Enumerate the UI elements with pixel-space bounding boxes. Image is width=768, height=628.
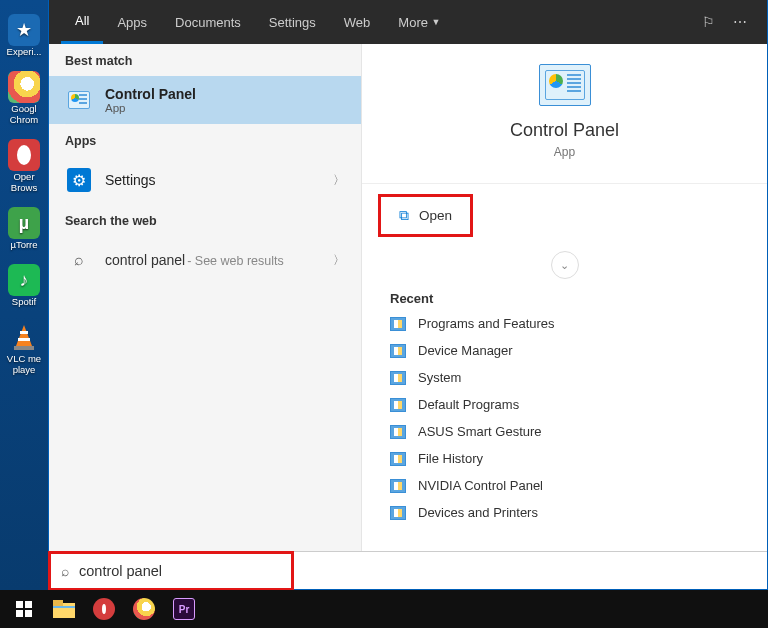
search-bar: ⌕ — [49, 551, 767, 589]
search-panel: All Apps Documents Settings Web More ▼ ⚐… — [48, 0, 768, 590]
result-control-panel[interactable]: Control Panel App — [49, 76, 361, 124]
search-web-header: Search the web — [49, 204, 361, 236]
cpl-icon — [390, 344, 406, 358]
chevron-down-icon: ▼ — [432, 17, 441, 27]
desktop-icon-opera[interactable]: Oper Brows — [0, 139, 48, 193]
taskbar-chrome[interactable] — [124, 590, 164, 628]
result-subtitle: App — [105, 102, 196, 114]
chevron-right-icon: 〉 — [333, 172, 345, 189]
svg-rect-4 — [16, 601, 23, 608]
search-input[interactable] — [79, 563, 755, 579]
result-title: Control Panel — [105, 86, 196, 102]
svg-rect-1 — [20, 331, 28, 334]
start-button[interactable] — [4, 590, 44, 628]
svg-rect-9 — [53, 600, 63, 606]
gear-icon: ⚙ — [67, 168, 91, 192]
svg-rect-5 — [25, 601, 32, 608]
cpl-icon — [390, 425, 406, 439]
svg-rect-7 — [25, 610, 32, 617]
recent-nvidia-panel[interactable]: NVIDIA Control Panel — [390, 478, 739, 493]
recent-file-history[interactable]: File History — [390, 451, 739, 466]
tab-more[interactable]: More ▼ — [384, 0, 454, 44]
tab-apps[interactable]: Apps — [103, 0, 161, 44]
tab-all[interactable]: All — [61, 0, 103, 44]
svg-rect-10 — [53, 606, 75, 608]
tab-settings[interactable]: Settings — [255, 0, 330, 44]
result-web-search[interactable]: ⌕ control panel - See web results 〉 — [49, 236, 361, 284]
svg-rect-3 — [14, 346, 34, 350]
recent-programs-features[interactable]: Programs and Features — [390, 316, 739, 331]
search-icon: ⌕ — [65, 246, 93, 274]
chevron-right-icon: 〉 — [333, 252, 345, 269]
cpl-icon — [390, 506, 406, 520]
desktop-icon-experience[interactable]: ★Experi... — [0, 14, 48, 57]
preview-subtitle: App — [554, 145, 575, 159]
more-options-icon[interactable]: ⋯ — [733, 14, 747, 30]
tab-web[interactable]: Web — [330, 0, 385, 44]
taskbar-opera[interactable] — [84, 590, 124, 628]
preview-title: Control Panel — [510, 120, 619, 141]
open-icon: ⧉ — [399, 207, 409, 224]
desktop-icon-utorrent[interactable]: µµTorre — [0, 207, 48, 250]
desktop-icon-chrome[interactable]: Googl Chrom — [0, 71, 48, 125]
desktop-icon-spotify[interactable]: ♪Spotif — [0, 264, 48, 307]
recent-system[interactable]: System — [390, 370, 739, 385]
cpl-icon — [390, 452, 406, 466]
result-settings[interactable]: ⚙ Settings 〉 — [49, 156, 361, 204]
best-match-header: Best match — [49, 44, 361, 76]
recent-asus-gesture[interactable]: ASUS Smart Gesture — [390, 424, 739, 439]
tab-documents[interactable]: Documents — [161, 0, 255, 44]
desktop-icon-vlc[interactable]: VLC me playe — [0, 321, 48, 375]
recent-header: Recent — [362, 291, 767, 316]
search-filter-tabs: All Apps Documents Settings Web More ▼ ⚐… — [49, 0, 767, 44]
recent-device-manager[interactable]: Device Manager — [390, 343, 739, 358]
control-panel-icon — [65, 86, 93, 114]
apps-header: Apps — [49, 124, 361, 156]
taskbar-premiere[interactable]: Pr — [164, 590, 204, 628]
control-panel-hero-icon — [539, 64, 591, 106]
svg-rect-2 — [18, 338, 30, 341]
taskbar-file-explorer[interactable] — [44, 590, 84, 628]
cpl-icon — [390, 371, 406, 385]
svg-rect-6 — [16, 610, 23, 617]
cpl-icon — [390, 479, 406, 493]
feedback-icon[interactable]: ⚐ — [702, 14, 715, 30]
open-action[interactable]: ⧉ Open — [378, 194, 473, 237]
search-icon: ⌕ — [61, 563, 69, 579]
svg-marker-0 — [16, 325, 32, 346]
taskbar: Pr — [0, 590, 768, 628]
cpl-icon — [390, 398, 406, 412]
expand-actions-button[interactable]: ⌄ — [551, 251, 579, 279]
recent-devices-printers[interactable]: Devices and Printers — [390, 505, 739, 520]
recent-default-programs[interactable]: Default Programs — [390, 397, 739, 412]
results-list: Best match Control Panel App Apps ⚙ Sett… — [49, 44, 361, 551]
preview-pane: Control Panel App ⧉ Open ⌄ Recent Progra… — [361, 44, 767, 551]
cpl-icon — [390, 317, 406, 331]
